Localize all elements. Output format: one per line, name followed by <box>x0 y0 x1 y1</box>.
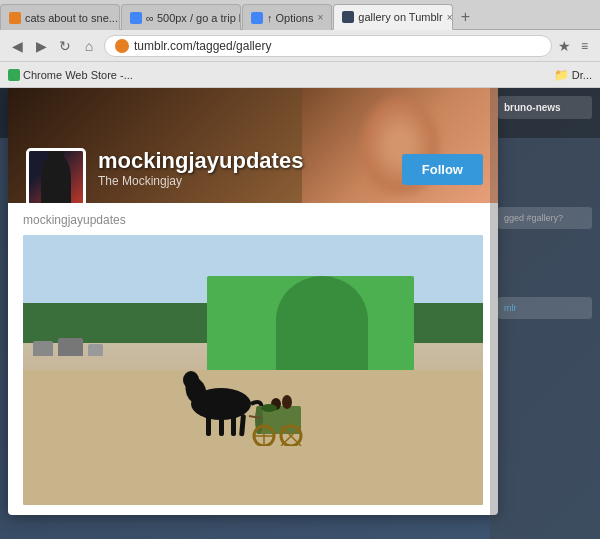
bookmarks-right-area[interactable]: 📁 Dr... <box>554 68 592 82</box>
blog-title-area: mockingjayupdates The Mockingjay <box>98 148 303 188</box>
blog-avatar-inner <box>29 151 83 203</box>
truck-3 <box>88 344 103 356</box>
forward-button[interactable]: ▶ <box>32 38 50 54</box>
svg-point-18 <box>261 404 277 412</box>
svg-rect-5 <box>231 416 236 436</box>
url-text: tumblr.com/tagged/gallery <box>134 39 271 53</box>
url-bar[interactable]: tumblr.com/tagged/gallery <box>104 35 552 57</box>
bookmark-favicon <box>8 69 20 81</box>
tab-options[interactable]: ↑ Options × <box>242 4 332 30</box>
new-tab-button[interactable]: + <box>454 6 476 28</box>
svg-rect-6 <box>239 414 246 436</box>
tab-favicon-1 <box>9 12 21 24</box>
side-blog-card-2[interactable]: gged #gallery? <box>498 207 592 229</box>
home-button[interactable]: ⌂ <box>80 38 98 54</box>
post-image <box>23 235 483 505</box>
side-blog-name-1: bruno-news <box>504 102 586 113</box>
blog-content-username: mockingjayupdates <box>23 213 483 227</box>
bookmark-chrome-store[interactable]: Chrome Web Store -... <box>8 69 133 81</box>
browser-frame: cats about to sne... × ∞ 500px / go a tr… <box>0 0 600 539</box>
tab-favicon-2 <box>130 12 142 24</box>
truck-2 <box>58 338 83 356</box>
reload-button[interactable]: ↻ <box>56 38 74 54</box>
bookmark-star-icon[interactable]: ★ <box>558 38 571 54</box>
svg-point-2 <box>183 371 199 389</box>
tab-bar: cats about to sne... × ∞ 500px / go a tr… <box>0 0 600 30</box>
side-blog-card-1[interactable]: bruno-news <box>498 96 592 119</box>
main-popup-card: mockingjayupdates The Mockingjay Follow … <box>8 88 498 515</box>
tab-label-3: ↑ Options <box>267 12 313 24</box>
header-bg-right <box>302 88 498 203</box>
blog-avatar <box>26 148 86 203</box>
tab-500px[interactable]: ∞ 500px / go a trip b... × <box>121 4 241 30</box>
bg-trucks-area <box>23 338 184 356</box>
tab-close-4[interactable]: × <box>447 12 453 23</box>
tab-label-2: ∞ 500px / go a trip b... <box>146 12 241 24</box>
post-image-wrap <box>23 235 483 505</box>
back-button[interactable]: ◀ <box>8 38 26 54</box>
right-sidebar: bruno-news gged #gallery? mlr <box>490 88 600 539</box>
address-bar: ◀ ▶ ↻ ⌂ tumblr.com/tagged/gallery ★ ≡ <box>0 30 600 62</box>
folder-icon: 📁 <box>554 68 569 82</box>
tab-cats[interactable]: cats about to sne... × <box>0 4 120 30</box>
menu-button[interactable]: ≡ <box>577 37 592 55</box>
svg-rect-3 <box>206 416 211 436</box>
truck-1 <box>33 341 53 356</box>
content-area: mockingjayupdates dlovato-news <box>0 88 600 539</box>
blog-content: mockingjayupdates <box>8 203 498 515</box>
bookmark-label: Chrome Web Store -... <box>23 69 133 81</box>
tab-label-1: cats about to sne... <box>25 12 118 24</box>
avatar-figure <box>41 153 71 203</box>
bookmarks-bar: Chrome Web Store -... 📁 Dr... <box>0 62 600 88</box>
blog-name: mockingjayupdates <box>98 148 303 174</box>
side-tag-1: gged #gallery? <box>504 213 586 223</box>
side-blog-card-3[interactable]: mlr <box>498 297 592 319</box>
svg-rect-4 <box>219 418 224 436</box>
tab-close-3[interactable]: × <box>317 12 323 23</box>
bookmarks-right-label: Dr... <box>572 69 592 81</box>
tab-label-4: gallery on Tumblr <box>358 11 442 23</box>
chariot-svg <box>161 366 341 446</box>
blog-subtitle: The Mockingjay <box>98 174 303 188</box>
tab-tumblr[interactable]: gallery on Tumblr × <box>333 4 453 30</box>
side-tag-2: mlr <box>504 303 586 313</box>
tab-favicon-4 <box>342 11 354 23</box>
url-favicon <box>115 39 129 53</box>
follow-button[interactable]: Follow <box>402 154 483 185</box>
tab-favicon-3 <box>251 12 263 24</box>
blog-header: mockingjayupdates The Mockingjay Follow <box>8 88 498 203</box>
svg-point-17 <box>282 395 292 409</box>
